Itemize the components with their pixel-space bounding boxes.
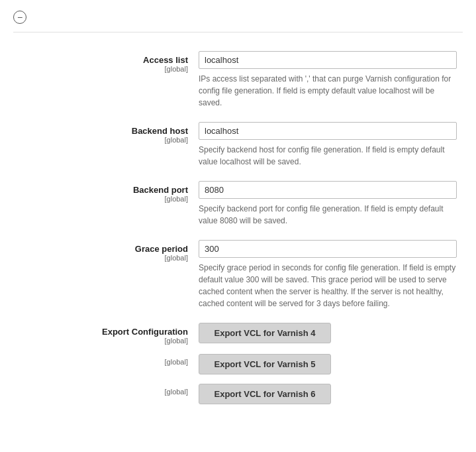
page-header [13, 11, 463, 32]
export-container: Export Configuration [global] Export VCL… [13, 323, 463, 404]
export-content-cell-varnish4: Export VCL for Varnish 4 [199, 323, 463, 345]
export-label-cell-varnish4: Export Configuration [global] [13, 323, 199, 345]
export-row-varnish6: [global] Export VCL for Varnish 6 [13, 384, 463, 404]
description-access_list: IPs access list separated with ',' that … [199, 73, 457, 109]
export-scope-2: [global] [13, 388, 188, 396]
field-row-access_list: Access list [global] IPs access list sep… [13, 51, 463, 109]
input-grace_period[interactable] [199, 240, 457, 258]
export-button-varnish4[interactable]: Export VCL for Varnish 4 [199, 323, 331, 343]
fields-container: Access list [global] IPs access list sep… [13, 51, 463, 310]
field-row-backend_port: Backend port [global] Specify backend po… [13, 181, 463, 227]
field-scope-access_list: [global] [13, 65, 188, 73]
export-button-varnish6[interactable]: Export VCL for Varnish 6 [199, 384, 331, 404]
label-cell-access_list: Access list [global] [13, 51, 199, 109]
field-scope-grace_period: [global] [13, 254, 188, 262]
field-scope-backend_host: [global] [13, 136, 188, 144]
export-label-cell-varnish6: [global] [13, 384, 199, 404]
field-scope-backend_port: [global] [13, 195, 188, 203]
content-cell-backend_port: Specify backend port for config file gen… [199, 181, 463, 227]
input-access_list[interactable] [199, 51, 457, 69]
description-backend_host: Specify backend host for config file gen… [199, 144, 457, 168]
field-label-backend_port: Backend port [13, 185, 188, 195]
export-content-cell-varnish6: Export VCL for Varnish 6 [199, 384, 463, 404]
field-row-backend_host: Backend host [global] Specify backend ho… [13, 122, 463, 168]
content-cell-backend_host: Specify backend host for config file gen… [199, 122, 463, 168]
input-backend_port[interactable] [199, 181, 457, 199]
export-content-cell-varnish5: Export VCL for Varnish 5 [199, 354, 463, 374]
input-backend_host[interactable] [199, 122, 457, 140]
description-backend_port: Specify backend port for config file gen… [199, 203, 457, 227]
collapse-icon[interactable] [13, 11, 26, 24]
field-label-grace_period: Grace period [13, 244, 188, 254]
export-button-varnish5[interactable]: Export VCL for Varnish 5 [199, 354, 331, 374]
content-cell-access_list: IPs access list separated with ',' that … [199, 51, 463, 109]
field-row-grace_period: Grace period [global] Specify grace peri… [13, 240, 463, 310]
description-grace_period: Specify grace period in seconds for conf… [199, 262, 457, 310]
label-cell-grace_period: Grace period [global] [13, 240, 199, 310]
export-label: Export Configuration [13, 327, 188, 337]
label-cell-backend_host: Backend host [global] [13, 122, 199, 168]
field-label-access_list: Access list [13, 55, 188, 65]
content-cell-grace_period: Specify grace period in seconds for conf… [199, 240, 463, 310]
export-row-varnish5: [global] Export VCL for Varnish 5 [13, 354, 463, 374]
label-cell-backend_port: Backend port [global] [13, 181, 199, 227]
export-scope-1: [global] [13, 358, 188, 366]
export-scope: [global] [13, 337, 188, 345]
export-label-cell-varnish5: [global] [13, 354, 199, 374]
export-row-varnish4: Export Configuration [global] Export VCL… [13, 323, 463, 345]
field-label-backend_host: Backend host [13, 126, 188, 136]
